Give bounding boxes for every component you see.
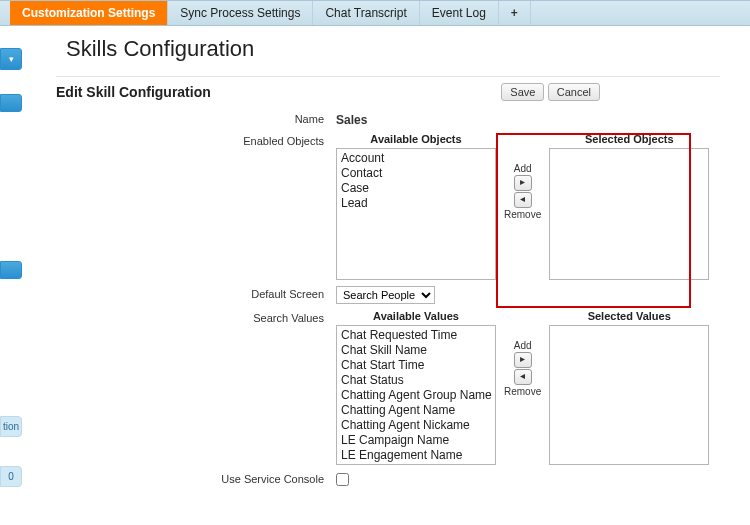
label-name: Name — [56, 111, 336, 125]
picklist-enabled-objects: Available Objects AccountContactCaseLead… — [336, 133, 720, 280]
header-selected-values: Selected Values — [588, 310, 671, 322]
rail-button-2[interactable] — [0, 94, 22, 112]
list-item[interactable]: Lead — [339, 196, 493, 211]
rail-tag-1: tion — [0, 416, 22, 437]
remove-label: Remove — [504, 209, 541, 220]
listbox-selected-objects[interactable] — [549, 148, 709, 280]
tab-chat-transcript[interactable]: Chat Transcript — [313, 1, 419, 25]
list-item[interactable]: Case — [339, 181, 493, 196]
header-available-values: Available Values — [373, 310, 459, 322]
checkbox-use-service-console[interactable] — [336, 473, 349, 486]
panel-title: Edit Skill Configuration — [56, 84, 211, 100]
header-selected-objects: Selected Objects — [585, 133, 674, 145]
page-title: Skills Configuration — [66, 36, 720, 62]
list-item[interactable]: Chat Status — [339, 373, 493, 388]
label-default-screen: Default Screen — [56, 286, 336, 300]
list-item[interactable]: Chatting Agent Group Name — [339, 388, 493, 403]
tab-event-log[interactable]: Event Log — [420, 1, 499, 25]
add-label-2: Add — [514, 340, 532, 351]
picklist-search-values: Available Values Chat Requested TimeChat… — [336, 310, 720, 465]
list-item[interactable]: Chatting Agent Name — [339, 403, 493, 418]
add-value-button[interactable]: ▸ — [514, 352, 532, 368]
rail-button-3[interactable] — [0, 261, 22, 279]
left-rail: ▾ tion 0 — [0, 26, 26, 525]
value-name: Sales — [336, 111, 720, 127]
listbox-available-objects[interactable]: AccountContactCaseLead — [336, 148, 496, 280]
listbox-available-values[interactable]: Chat Requested TimeChat Skill NameChat S… — [336, 325, 496, 465]
label-use-service-console: Use Service Console — [56, 471, 336, 485]
list-item[interactable]: LE Engagement Name — [339, 448, 493, 463]
list-item[interactable]: LE Campaign Name — [339, 433, 493, 448]
list-item[interactable]: Contact — [339, 166, 493, 181]
list-item[interactable]: Chat Start Time — [339, 358, 493, 373]
add-label: Add — [514, 163, 532, 174]
rail-dropdown-button[interactable]: ▾ — [0, 48, 22, 70]
list-item[interactable]: Chat Skill Name — [339, 343, 493, 358]
list-item[interactable]: Chat Requested Time — [339, 328, 493, 343]
save-button[interactable]: Save — [501, 83, 544, 101]
label-search-values: Search Values — [56, 310, 336, 324]
listbox-selected-values[interactable] — [549, 325, 709, 465]
select-default-screen[interactable]: Search People — [336, 286, 435, 304]
remove-label-2: Remove — [504, 386, 541, 397]
tab-customization-settings[interactable]: Customization Settings — [10, 1, 168, 25]
tab-sync-process-settings[interactable]: Sync Process Settings — [168, 1, 313, 25]
remove-object-button[interactable]: ◂ — [514, 192, 532, 208]
list-item[interactable]: Account — [339, 151, 493, 166]
cancel-button[interactable]: Cancel — [548, 83, 600, 101]
label-enabled-objects: Enabled Objects — [56, 133, 336, 147]
remove-value-button[interactable]: ◂ — [514, 369, 532, 385]
rail-tag-2: 0 — [0, 466, 22, 487]
list-item[interactable]: LE Goal Name — [339, 463, 493, 465]
header-available-objects: Available Objects — [370, 133, 461, 145]
list-item[interactable]: Chatting Agent Nickame — [339, 418, 493, 433]
tab-add[interactable]: + — [499, 1, 531, 25]
add-object-button[interactable]: ▸ — [514, 175, 532, 191]
top-tab-bar: Customization Settings Sync Process Sett… — [0, 0, 750, 26]
